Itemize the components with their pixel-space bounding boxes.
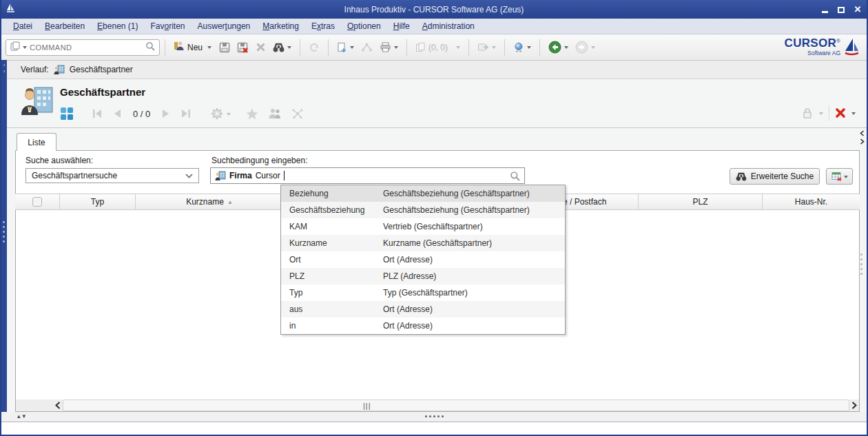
close-button[interactable]: ✕ [853, 5, 862, 14]
close-record-caret-icon[interactable] [851, 112, 856, 117]
column-header-kurzname[interactable]: Kurzname▲ [136, 194, 284, 209]
close-record-icon[interactable] [835, 107, 846, 118]
divider [829, 105, 829, 121]
back-caret-icon[interactable] [564, 46, 568, 51]
chevron-left-icon [55, 402, 61, 409]
menu-bearbeiten[interactable]: Bearbeiten [39, 21, 91, 31]
maximize-button[interactable] [836, 5, 846, 14]
logo-sailboat-icon [843, 37, 860, 58]
new-dropdown-caret-icon[interactable] [207, 46, 211, 51]
window-title: Inhaus Produktiv - CURSOR Software AG (Z… [0, 5, 868, 14]
search-select-label: Suche auswählen: [25, 156, 93, 165]
menu-datei[interactable]: Datei [7, 21, 39, 31]
person-icon [174, 41, 185, 54]
menu-ebenen[interactable]: Ebenen (1) [91, 21, 144, 31]
suggestion-item[interactable]: inOrt (Adresse) [281, 318, 565, 334]
table-config-icon [831, 172, 842, 181]
status-bar [0, 422, 868, 435]
minimize-button[interactable] [820, 5, 829, 14]
menu-auswertungen[interactable]: Auswertungen [192, 21, 257, 31]
search-select[interactable]: Geschäftspartnersuche [25, 168, 199, 183]
scrollbar-thumb[interactable]: ||| [63, 399, 849, 411]
menu-hilfe[interactable]: Hilfe [387, 21, 416, 31]
printer-icon [380, 42, 391, 52]
column-header-typ[interactable]: Typ [60, 194, 136, 209]
save-button[interactable] [216, 40, 234, 55]
left-grip-dots-icon [3, 221, 5, 242]
column-config-caret-icon [844, 176, 848, 180]
suggestion-item[interactable]: KurznameKurzname (Geschäftspartner) [281, 235, 565, 251]
previous-record-icon [112, 109, 122, 118]
new-document-caret-icon[interactable] [350, 46, 354, 51]
grid-view-icon[interactable] [60, 107, 74, 121]
page-title: Geschäftspartner [60, 86, 145, 98]
menu-extras[interactable]: Extras [305, 21, 341, 31]
select-all-checkbox[interactable] [32, 197, 42, 207]
new-record-button[interactable]: Neu [170, 39, 206, 56]
suggestion-item[interactable]: OrtOrt (Adresse) [281, 251, 565, 268]
search-binoculars-button[interactable] [269, 41, 295, 54]
history-bar: Verlauf: Geschäftspartner [7, 61, 868, 79]
history-label: Verlauf: [21, 65, 49, 74]
left-collapse-arrows-icon[interactable]: ‹› [1, 62, 7, 74]
left-splitter-strip[interactable]: ‹› [1, 60, 7, 421]
horizontal-scrollbar[interactable]: ||| [16, 399, 859, 411]
navigate-forward-button [572, 39, 599, 56]
binoculars-icon [273, 43, 285, 52]
delete-button[interactable] [252, 40, 269, 54]
right-grip-dots-icon[interactable] [860, 253, 862, 275]
suggestion-item[interactable]: KAMVertrieb (Geschäftspartner) [281, 218, 565, 235]
input-search-icon[interactable] [510, 171, 520, 181]
refresh-button [305, 40, 323, 55]
suggestion-item[interactable]: GeschäftsbeziehungGeschäftsbeziehung (Ge… [281, 202, 565, 218]
column-header-hausnr[interactable]: Haus-Nr. [763, 194, 860, 209]
document-plus-icon [337, 42, 347, 53]
suggestion-item[interactable]: ausOrt (Adresse) [281, 301, 565, 318]
print-caret-icon[interactable] [394, 46, 398, 51]
menu-administration[interactable]: Administration [416, 21, 481, 31]
user-globe-icon [513, 42, 524, 53]
select-all-header-cell [15, 194, 60, 209]
column-config-button[interactable] [826, 168, 853, 185]
online-user-caret-icon[interactable] [527, 46, 531, 51]
workflow-button [358, 40, 376, 54]
pages-icon [415, 42, 426, 52]
online-user-button[interactable] [510, 40, 535, 55]
record-counter: 0 / 0 [132, 109, 152, 119]
scroll-left-button[interactable] [53, 399, 63, 411]
suggestion-item[interactable]: TypTyp (Geschäftspartner) [281, 284, 565, 301]
command-search-icon[interactable] [145, 41, 155, 54]
splitter-grip-dots-icon[interactable] [425, 415, 444, 417]
splitter-collapse-arrows-icon[interactable]: ▴▾ [17, 413, 28, 419]
toolbar-separator [406, 39, 407, 56]
advanced-search-button[interactable]: Erweiterte Suche [730, 168, 820, 185]
menu-marketing[interactable]: Marketing [256, 21, 305, 31]
scroll-right-button[interactable] [849, 399, 859, 411]
pages-counter: (0, 0) [428, 43, 448, 52]
record-nav-toolbar: 0 / 0 [60, 107, 304, 121]
right-collapse-arrows[interactable] [860, 130, 865, 145]
command-input[interactable] [30, 43, 143, 52]
window-controls: ✕ [820, 0, 862, 19]
suggestion-item[interactable]: PLZPLZ (Adresse) [281, 268, 565, 284]
menu-favoriten[interactable]: Favoriten [144, 21, 191, 31]
command-dropdown-caret-icon[interactable] [23, 46, 27, 51]
new-document-button[interactable] [333, 40, 358, 55]
workflow-icon [361, 42, 373, 52]
search-condition-input[interactable]: Firma Cursor [210, 167, 525, 184]
tab-liste[interactable]: Liste [17, 133, 56, 151]
collapse-right-icon [860, 138, 865, 145]
column-header-plz[interactable]: PLZ [639, 194, 763, 209]
search-dropdown-caret-icon[interactable] [287, 46, 291, 51]
command-combobox[interactable] [6, 39, 160, 56]
menu-optionen[interactable]: Optionen [341, 21, 387, 31]
navigate-back-button[interactable] [545, 39, 572, 56]
toolbar-separator [468, 39, 469, 56]
favorite-star-icon [246, 108, 258, 120]
pages-stack-icon [10, 41, 20, 54]
save-close-button[interactable] [234, 40, 252, 55]
history-entry-geschaeftspartner[interactable]: Geschäftspartner [70, 65, 133, 74]
suggestion-item[interactable]: BeziehungGeschäftsbeziehung (Geschäftspa… [281, 185, 565, 202]
bottom-splitter[interactable]: ▴▾ [0, 412, 868, 422]
print-button[interactable] [376, 40, 402, 54]
